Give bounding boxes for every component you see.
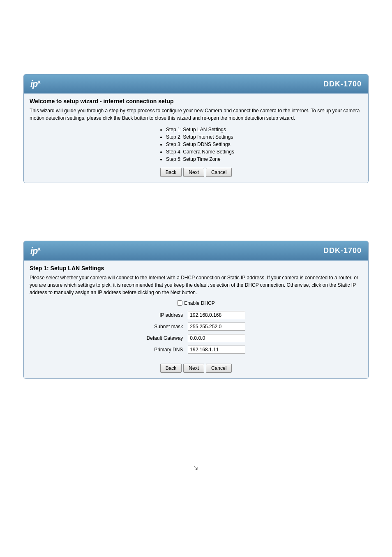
- wizard1-description: This wizard will guide you through a ste…: [30, 107, 362, 122]
- primary-dns-input[interactable]: [188, 346, 245, 354]
- wizard2-back-button[interactable]: Back: [160, 364, 182, 373]
- wizard1-next-button[interactable]: Next: [183, 168, 204, 177]
- wizard2-cancel-button[interactable]: Cancel: [206, 364, 232, 373]
- wizard1-title: Welcome to setup wizard - internet conne…: [30, 98, 362, 104]
- wizard1-back-button[interactable]: Back: [160, 168, 182, 177]
- table-row: Subnet mask: [144, 321, 248, 332]
- list-item: Step 3: Setup DDNS Settings: [166, 141, 234, 148]
- wizard2-container: ipx DDK-1700 Step 1: Setup LAN Settings …: [23, 241, 369, 378]
- wizard1-model: DDK-1700: [323, 80, 362, 88]
- subnet-mask-label: Subnet mask: [144, 321, 186, 332]
- primary-dns-cell: [185, 344, 248, 355]
- wizard1-logo: ipx: [30, 79, 40, 89]
- enable-dhcp-row: Enable DHCP: [177, 300, 215, 306]
- wizard1-steps-container: Step 1: Setup LAN Settings Step 2: Setup…: [30, 126, 362, 163]
- gateway-cell: [185, 332, 248, 344]
- table-row: Primary DNS: [144, 344, 248, 355]
- wizard2-logo: ipx: [30, 245, 40, 256]
- wizard1-container: ipx DDK-1700 Welcome to setup wizard - i…: [23, 74, 369, 183]
- footnote: 's: [8, 465, 384, 471]
- lan-settings-table: IP address Subnet mask Default Gateway: [144, 309, 248, 355]
- wizard1-cancel-button[interactable]: Cancel: [206, 168, 232, 177]
- logo-sub: x: [38, 79, 40, 85]
- logo-sub-2: x: [38, 245, 40, 251]
- list-item: Step 1: Setup LAN Settings: [166, 126, 234, 133]
- wizard1-steps-list: Step 1: Setup LAN Settings Step 2: Setup…: [158, 126, 234, 163]
- wizard1-header: ipx DDK-1700: [24, 74, 368, 93]
- wizard2-form: Enable DHCP IP address Subnet mask: [30, 300, 362, 360]
- wizard2-body: Step 1: Setup LAN Settings Please select…: [24, 260, 368, 378]
- subnet-mask-input[interactable]: [188, 323, 245, 331]
- primary-dns-label: Primary DNS: [144, 344, 186, 355]
- wizard2-model: DDK-1700: [323, 246, 362, 255]
- table-row: Default Gateway: [144, 332, 248, 344]
- wizard2-next-button[interactable]: Next: [183, 364, 204, 373]
- ip-address-label: IP address: [144, 309, 186, 321]
- ip-address-input[interactable]: [188, 311, 245, 319]
- gateway-input[interactable]: [188, 334, 245, 342]
- wizard1-buttons: Back Next Cancel: [30, 168, 362, 177]
- wizard2-title: Step 1: Setup LAN Settings: [30, 265, 362, 272]
- list-item: Step 2: Setup Internet Settings: [166, 133, 234, 141]
- wizard2-header: ipx DDK-1700: [24, 241, 368, 260]
- enable-dhcp-label: Enable DHCP: [184, 300, 215, 306]
- table-row: IP address: [144, 309, 248, 321]
- wizard2-buttons: Back Next Cancel: [30, 364, 362, 373]
- wizard2-description: Please select whether your camera will c…: [30, 274, 362, 296]
- ip-address-cell: [185, 309, 248, 321]
- list-item: Step 5: Setup Time Zone: [166, 155, 234, 163]
- gateway-label: Default Gateway: [144, 332, 186, 344]
- wizard1-body: Welcome to setup wizard - internet conne…: [24, 93, 368, 183]
- list-item: Step 4: Camera Name Settings: [166, 148, 234, 155]
- subnet-mask-cell: [185, 321, 248, 332]
- enable-dhcp-checkbox[interactable]: [177, 300, 182, 306]
